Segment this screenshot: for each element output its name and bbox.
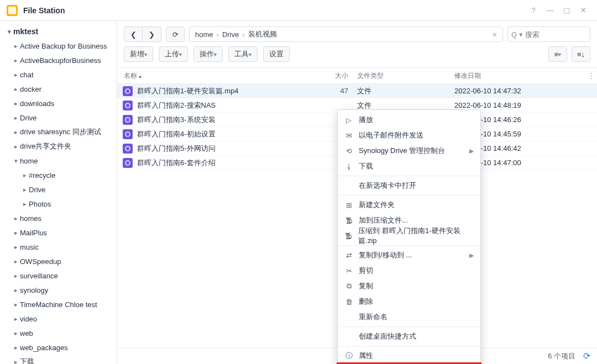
chevron-right-icon[interactable]: ▸ <box>12 43 20 50</box>
chevron-right-icon[interactable]: ▸ <box>12 272 20 279</box>
search-input[interactable] <box>525 30 597 39</box>
tree-item[interactable]: ▸#recycle <box>0 168 117 182</box>
download-icon: ⭳ <box>344 162 353 171</box>
file-name: 群晖入门指南4-初始设置 <box>137 129 320 139</box>
menu-item[interactable]: ⟲Synology Drive 管理控制台▶ <box>338 143 480 159</box>
view-mode-button[interactable]: ≡ <box>548 46 567 62</box>
tree-item[interactable]: ▸ActiveBackupforBusiness <box>0 53 117 67</box>
chevron-right-icon[interactable]: ▸ <box>12 229 20 236</box>
breadcrumb-item[interactable]: Drive <box>221 30 240 39</box>
menu-item[interactable]: ⭳下载 <box>338 159 480 174</box>
search-box[interactable]: Q ▾ <box>507 27 590 42</box>
tree-item[interactable]: ▸drive共享文件夹 <box>0 139 117 154</box>
tree-item[interactable]: ▸下载 <box>0 355 117 364</box>
archive-icon: 🗜 <box>344 216 353 225</box>
move-icon: ⇄ <box>344 251 353 260</box>
tree-item[interactable]: ▸drive sharesync 同步测试 <box>0 125 117 139</box>
chevron-down-icon[interactable]: ▾ <box>519 30 523 39</box>
chevron-right-icon[interactable]: ▸ <box>21 201 29 208</box>
refresh-icon[interactable]: ⟳ <box>583 351 590 361</box>
tree-item[interactable]: ▸web_packages <box>0 340 117 355</box>
delete-icon: 🗑 <box>344 297 353 306</box>
chevron-down-icon[interactable]: ▾ <box>12 157 20 165</box>
breadcrumb[interactable]: home › Drive › 装机视频 ★ <box>189 27 503 42</box>
maximize-icon[interactable]: ▢ <box>558 2 575 19</box>
chevron-down-icon[interactable]: ▾ <box>6 28 13 35</box>
menu-item[interactable]: ⊞新建文件夹 <box>338 197 480 213</box>
back-button[interactable]: ❮ <box>124 27 143 42</box>
operate-button[interactable]: 操作 <box>193 46 223 62</box>
upload-button[interactable]: 上传 <box>159 46 188 62</box>
tree-item[interactable]: ▸TimeMachine Chloe test <box>0 297 117 312</box>
menu-item[interactable]: 🗑删除 <box>338 294 480 309</box>
sort-button[interactable]: ≡↓ <box>572 46 590 62</box>
tree-item[interactable]: ▸Photos <box>0 197 117 211</box>
tree-root[interactable]: ▾ mktest <box>0 24 117 39</box>
close-icon[interactable]: ✕ <box>575 2 591 19</box>
item-count: 6 个项目 <box>548 351 575 361</box>
menu-item[interactable]: ✉以电子邮件附件发送 <box>338 128 480 143</box>
help-icon[interactable]: ? <box>525 2 542 19</box>
menu-item[interactable]: ✂剪切 <box>338 263 480 278</box>
chevron-right-icon[interactable]: ▸ <box>12 143 20 150</box>
tree-item[interactable]: ▸music <box>0 240 117 254</box>
chevron-right-icon[interactable]: ▸ <box>12 330 20 337</box>
tree-item[interactable]: ▸docker <box>0 82 117 96</box>
minimize-icon[interactable]: — <box>542 2 558 19</box>
refresh-button[interactable]: ⟳ <box>166 27 185 42</box>
star-icon[interactable]: ★ <box>491 30 498 39</box>
tree-item[interactable]: ▸MailPlus <box>0 225 117 240</box>
tree-item[interactable]: ▸homes <box>0 211 117 225</box>
breadcrumb-item[interactable]: 装机视频 <box>247 29 278 39</box>
settings-button[interactable]: 设置 <box>263 46 290 62</box>
chevron-right-icon[interactable]: ▸ <box>12 86 20 93</box>
chevron-right-icon[interactable]: ▸ <box>12 244 20 251</box>
tree-item[interactable]: ▸surveillance <box>0 268 117 283</box>
tree-item[interactable]: ▸web <box>0 326 117 340</box>
chevron-right-icon[interactable]: ▸ <box>12 114 20 122</box>
tree-item[interactable]: ▸chat <box>0 67 117 82</box>
table-row[interactable]: 群晖入门指南1-硬件安装篇.mp447文件2022-06-10 14:47:32 <box>117 84 597 98</box>
menu-item[interactable]: ▷播放 <box>338 112 480 128</box>
chevron-right-icon[interactable]: ▸ <box>21 172 29 179</box>
chevron-right-icon[interactable]: ▸ <box>21 186 29 193</box>
add-button[interactable]: 新增 <box>124 46 153 62</box>
tree-item[interactable]: ▸Drive <box>0 110 117 125</box>
tree-item[interactable]: ▸Active Backup for Business <box>0 39 117 53</box>
breadcrumb-item[interactable]: home <box>194 30 214 39</box>
column-type[interactable]: 文件类型 <box>353 71 450 81</box>
column-name[interactable]: 名称 ▴ <box>124 71 320 81</box>
chevron-right-icon[interactable]: ▸ <box>12 287 20 294</box>
forward-button[interactable]: ❯ <box>143 27 161 42</box>
tree-item-label: ActiveBackupforBusiness <box>20 56 101 65</box>
menu-item[interactable]: 重新命名 <box>338 309 480 325</box>
chevron-right-icon[interactable]: ▸ <box>12 315 20 323</box>
chevron-right-icon[interactable]: ▸ <box>12 215 20 222</box>
menu-item[interactable]: ⓘ属性 <box>338 348 480 363</box>
chevron-right-icon[interactable]: ▸ <box>12 358 20 365</box>
chevron-right-icon[interactable]: ▸ <box>12 71 20 78</box>
menu-item[interactable]: 在新选项卡中打开 <box>338 178 480 193</box>
column-date[interactable]: 修改日期 <box>450 71 586 81</box>
newfolder-icon: ⊞ <box>344 201 353 209</box>
menu-item[interactable]: ⇄复制到/移动到 ...▶ <box>338 247 480 263</box>
chevron-right-icon[interactable]: ▸ <box>12 100 20 107</box>
tree-item[interactable]: ▸video <box>0 312 117 326</box>
tree-item[interactable]: ▸Drive <box>0 182 117 197</box>
folder-tree[interactable]: ▾ mktest ▸Active Backup for Business▸Act… <box>0 21 117 364</box>
menu-item[interactable]: 🗜压缩到 群晖入门指南1-硬件安装篇.zip <box>338 228 480 244</box>
tree-item[interactable]: ▸downloads <box>0 96 117 110</box>
menu-item[interactable]: 创建桌面快捷方式 <box>338 329 480 344</box>
chevron-right-icon[interactable]: ▸ <box>12 129 20 136</box>
chevron-right-icon[interactable]: ▸ <box>12 301 20 308</box>
chevron-right-icon[interactable]: ▸ <box>12 258 20 265</box>
tree-item[interactable]: ▾home <box>0 154 117 168</box>
column-size[interactable]: 大小 <box>320 71 353 81</box>
tools-button[interactable]: 工具 <box>228 46 258 62</box>
chevron-right-icon[interactable]: ▸ <box>12 57 20 64</box>
menu-item[interactable]: ⧉复制 <box>338 278 480 294</box>
column-more-icon[interactable]: ⋮ <box>586 72 597 80</box>
tree-item[interactable]: ▸synology <box>0 283 117 297</box>
chevron-right-icon[interactable]: ▸ <box>12 344 20 351</box>
tree-item[interactable]: ▸OWSpeedup <box>0 254 117 268</box>
